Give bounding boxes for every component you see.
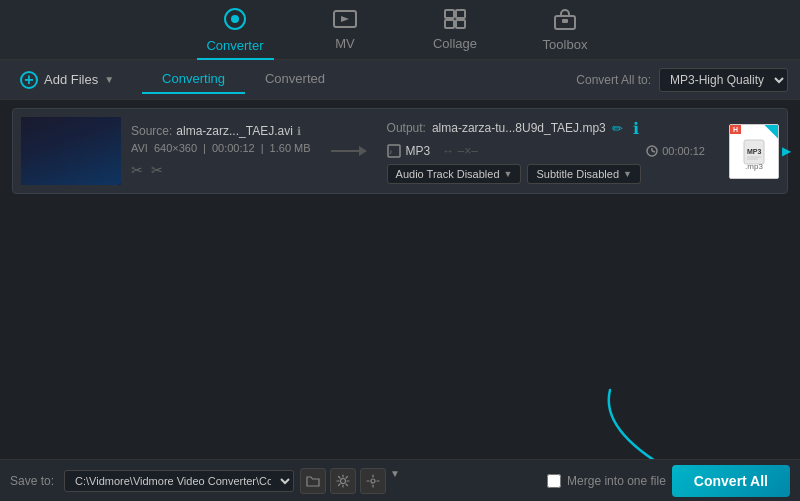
svg-rect-8 (562, 19, 568, 23)
svg-point-30 (371, 479, 375, 483)
format-thumbnail[interactable]: H MP3 .mp3 (729, 124, 779, 179)
svg-rect-12 (41, 142, 61, 144)
mv-icon (333, 9, 357, 32)
file-source-info: Source: alma-zarz..._TAEJ.avi ℹ AVI 640×… (131, 124, 311, 178)
file-meta-row: AVI 640×360 | 00:00:12 | 1.60 MB (131, 142, 311, 154)
bottom-bar: Save to: C:\Vidmore\Vidmore Video Conver… (0, 459, 800, 501)
output-area: Output: alma-zarza-tu...8U9d_TAEJ.mp3 ✏ … (387, 119, 705, 184)
svg-text:MP3: MP3 (747, 148, 762, 155)
svg-point-1 (231, 15, 239, 23)
bottom-icons: ▼ (300, 468, 400, 494)
svg-rect-15 (76, 132, 104, 170)
subtitle-select[interactable]: Subtitle Disabled ▼ (527, 164, 640, 184)
nav-collage[interactable]: Collage (400, 0, 510, 60)
add-files-dropdown-arrow: ▼ (104, 74, 114, 85)
converter-label: Converter (206, 38, 263, 53)
svg-rect-9 (21, 117, 121, 185)
track-selects: Audio Track Disabled ▼ Subtitle Disabled… (387, 164, 705, 184)
svg-rect-14 (41, 152, 59, 154)
toolbar: + Add Files ▼ Converting Converted Conve… (0, 60, 800, 100)
tab-converted[interactable]: Converted (245, 65, 345, 94)
svg-rect-4 (456, 10, 465, 18)
toolbox-icon (553, 8, 577, 33)
scissors-icon[interactable]: ✂ (151, 162, 163, 178)
converter-icon (223, 7, 247, 34)
merge-checkbox[interactable] (547, 474, 561, 488)
file-source-row: Source: alma-zarz..._TAEJ.avi ℹ (131, 124, 311, 138)
file-list: dideo.com Source: alma-zarz..._TAEJ.avi … (0, 100, 800, 202)
nav-converter[interactable]: Converter (180, 0, 290, 60)
svg-marker-18 (359, 146, 367, 156)
bottom-dropdown-arrow[interactable]: ▼ (390, 468, 400, 494)
folder-icon-btn[interactable] (300, 468, 326, 494)
output-filename-row: Output: alma-zarza-tu...8U9d_TAEJ.mp3 ✏ … (387, 119, 705, 138)
convert-all-label: Convert All to: MP3-High Quality (576, 68, 788, 92)
svg-point-29 (341, 478, 346, 483)
convert-arrow (321, 141, 377, 161)
svg-rect-10 (21, 117, 121, 185)
edit-filename-icon[interactable]: ✏ (612, 121, 623, 136)
plus-icon: + (20, 71, 38, 89)
add-files-button[interactable]: + Add Files ▼ (12, 67, 122, 93)
collage-label: Collage (433, 36, 477, 51)
svg-rect-3 (445, 10, 454, 18)
convert-all-format-select[interactable]: MP3-High Quality (659, 68, 788, 92)
file-actions: ✂ ✂ (131, 162, 311, 178)
output-format-row: ♪ MP3 ↔ –×– 00:00:12 (387, 144, 705, 158)
collage-icon (444, 9, 466, 32)
gear-icon-btn[interactable] (360, 468, 386, 494)
convert-all-button[interactable]: Convert All (672, 465, 790, 497)
nav-mv[interactable]: MV (290, 0, 400, 60)
nav-toolbox[interactable]: Toolbox (510, 0, 620, 60)
tab-converting[interactable]: Converting (142, 65, 245, 94)
save-to-label: Save to: (10, 474, 54, 488)
output-info-icon[interactable]: ℹ (633, 119, 639, 138)
top-nav: Converter MV Collage (0, 0, 800, 60)
svg-text:dideo.com: dideo.com (71, 172, 108, 181)
settings-icon-btn[interactable] (330, 468, 356, 494)
file-item: dideo.com Source: alma-zarz..._TAEJ.avi … (12, 108, 788, 194)
toolbox-label: Toolbox (543, 37, 588, 52)
format-expand-arrow[interactable]: ▶ (782, 144, 791, 158)
toolbar-tabs: Converting Converted (142, 65, 345, 94)
merge-label: Merge into one file (547, 474, 666, 488)
svg-rect-11 (36, 137, 66, 167)
format-badge: ♪ MP3 (387, 144, 431, 158)
trim-icon[interactable]: ✂ (131, 162, 143, 178)
svg-text:♪: ♪ (389, 148, 393, 155)
svg-rect-13 (41, 147, 57, 149)
svg-rect-6 (456, 20, 465, 28)
add-files-label: Add Files (44, 72, 98, 87)
audio-track-select[interactable]: Audio Track Disabled ▼ (387, 164, 522, 184)
format-thumbnail-container: H MP3 .mp3 ▶ (721, 124, 779, 179)
save-path-select[interactable]: C:\Vidmore\Vidmore Video Converter\Conve… (64, 470, 294, 492)
source-info-icon[interactable]: ℹ (297, 125, 301, 138)
output-duration: 00:00:12 (646, 145, 705, 157)
file-thumbnail: dideo.com (21, 117, 121, 185)
svg-rect-5 (445, 20, 454, 28)
svg-line-23 (652, 151, 655, 152)
mv-label: MV (335, 36, 355, 51)
